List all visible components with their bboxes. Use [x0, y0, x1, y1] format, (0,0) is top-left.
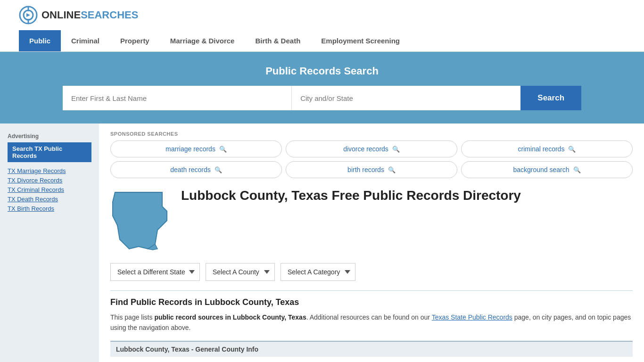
logo-icon [19, 6, 38, 25]
search-icon: 🔍 [388, 166, 396, 173]
nav-link-employment[interactable]: Employment Screening [311, 30, 410, 51]
find-title: Find Public Records in Lubbock County, T… [110, 297, 633, 307]
search-button[interactable]: Search [520, 86, 581, 110]
site-header: ONLINE SEARCHES [0, 0, 644, 30]
find-desc-mid: . Additional resources can be found on o… [306, 313, 432, 321]
category-dropdown[interactable]: Select A Category [281, 263, 355, 281]
dropdowns-row: Select a Different State Select A County… [110, 263, 633, 281]
sidebar-link-birth[interactable]: TX Birth Records [8, 205, 54, 212]
nav-link-criminal[interactable]: Criminal [61, 30, 110, 51]
sidebar: Advertising Search TX Public Records TX … [0, 123, 99, 362]
sponsored-item-marriage[interactable]: marriage records 🔍 [110, 140, 282, 157]
sponsored-item-background[interactable]: background search 🔍 [461, 161, 633, 178]
list-item: TX Marriage Records [8, 167, 91, 174]
sponsored-text-marriage: marriage records [165, 145, 215, 153]
list-item: TX Death Records [8, 195, 91, 203]
search-form: Search [63, 86, 581, 110]
find-description: This page lists public record sources in… [110, 312, 633, 333]
list-item: TX Birth Records [8, 205, 91, 212]
sidebar-ad-label: Advertising [8, 133, 91, 140]
search-icon: 🔍 [568, 146, 576, 153]
logo-online: ONLINE [41, 10, 81, 20]
sidebar-link-death[interactable]: TX Death Records [8, 196, 58, 203]
logo-text: ONLINE SEARCHES [41, 10, 138, 20]
main-wrapper: Advertising Search TX Public Records TX … [0, 123, 644, 362]
svg-marker-4 [113, 192, 167, 249]
nav-item-employment[interactable]: Employment Screening [311, 30, 410, 51]
county-info-bar: Lubbock County, Texas - General County I… [110, 341, 633, 357]
location-input[interactable] [292, 86, 520, 110]
nav-item-public[interactable]: Public [19, 30, 61, 51]
nav-item-marriage[interactable]: Marriage & Divorce [160, 30, 245, 51]
find-desc-bold: public record sources in Lubbock County,… [154, 313, 306, 321]
search-icon: 🔍 [573, 166, 581, 173]
nav-item-property[interactable]: Property [110, 30, 160, 51]
search-banner: Public Records Search Search [0, 52, 644, 123]
sidebar-link-marriage[interactable]: TX Marriage Records [8, 167, 66, 174]
list-item: TX Criminal Records [8, 186, 91, 193]
divider [110, 290, 633, 291]
main-content: SPONSORED SEARCHES marriage records 🔍 di… [99, 123, 644, 362]
sponsored-item-criminal[interactable]: criminal records 🔍 [461, 140, 633, 157]
name-input[interactable] [63, 86, 292, 110]
find-desc-link[interactable]: Texas State Public Records [432, 313, 512, 321]
sponsored-label: SPONSORED SEARCHES [110, 131, 633, 137]
nav-link-public[interactable]: Public [19, 30, 61, 51]
sponsored-text-death: death records [170, 166, 211, 173]
main-nav: Public Criminal Property Marriage & Divo… [0, 30, 644, 52]
find-desc-start: This page lists [110, 313, 154, 321]
county-dropdown[interactable]: Select A County [206, 263, 275, 281]
sidebar-link-criminal[interactable]: TX Criminal Records [8, 186, 64, 193]
nav-item-criminal[interactable]: Criminal [61, 30, 110, 51]
sponsored-item-divorce[interactable]: divorce records 🔍 [286, 140, 457, 157]
sponsored-text-divorce: divorce records [343, 145, 388, 153]
list-item: TX Divorce Records [8, 176, 91, 184]
nav-link-birth[interactable]: Birth & Death [245, 30, 311, 51]
sponsored-item-birth[interactable]: birth records 🔍 [286, 161, 457, 178]
page-title: Lubbock County, Texas Free Public Record… [181, 188, 521, 204]
search-icon: 🔍 [392, 146, 400, 153]
sponsored-item-death[interactable]: death records 🔍 [110, 161, 282, 178]
nav-item-birth[interactable]: Birth & Death [245, 30, 311, 51]
sidebar-link-divorce[interactable]: TX Divorce Records [8, 177, 62, 184]
logo-searches: SEARCHES [81, 10, 138, 20]
sponsored-text-criminal: criminal records [518, 145, 565, 153]
banner-title: Public Records Search [19, 65, 625, 77]
sidebar-search-btn[interactable]: Search TX Public Records [8, 142, 91, 162]
sponsored-text-background: background search [513, 166, 569, 173]
state-dropdown[interactable]: Select a Different State [110, 263, 200, 281]
page-header: Lubbock County, Texas Free Public Record… [110, 188, 633, 254]
sponsored-grid: marriage records 🔍 divorce records 🔍 cri… [110, 140, 633, 178]
logo-link[interactable]: ONLINE SEARCHES [19, 6, 138, 25]
texas-map-icon [110, 188, 172, 254]
search-icon: 🔍 [219, 146, 227, 153]
search-icon: 🔍 [215, 166, 222, 173]
nav-link-marriage[interactable]: Marriage & Divorce [160, 30, 245, 51]
sidebar-links: TX Marriage Records TX Divorce Records T… [8, 167, 91, 212]
nav-link-property[interactable]: Property [110, 30, 160, 51]
sponsored-text-birth: birth records [347, 166, 384, 173]
